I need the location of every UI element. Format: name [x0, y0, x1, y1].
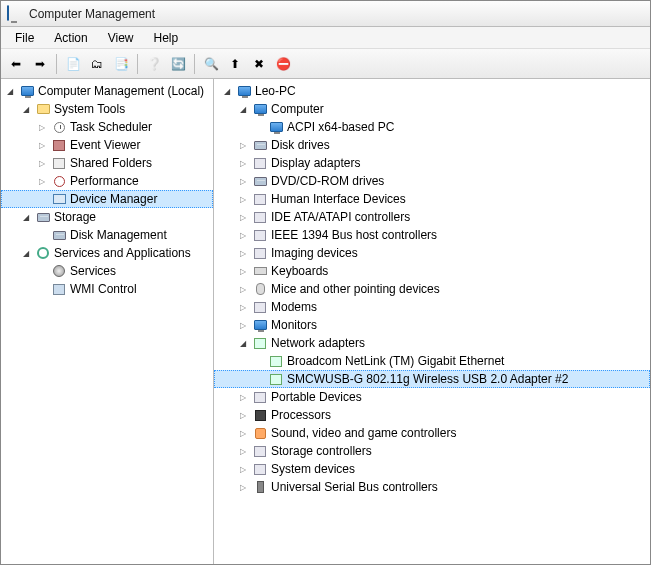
expand-icon[interactable] — [236, 192, 250, 206]
dev-network-adapters[interactable]: Network adapters — [214, 334, 650, 352]
expand-icon[interactable] — [19, 102, 33, 116]
disk-icon — [252, 137, 268, 153]
expand-icon[interactable] — [236, 444, 250, 458]
dev-root[interactable]: Leo-PC — [214, 82, 650, 100]
expand-icon[interactable] — [236, 138, 250, 152]
node-wmi-control[interactable]: WMI Control — [1, 280, 213, 298]
expand-icon[interactable] — [35, 138, 49, 152]
expand-icon[interactable] — [19, 210, 33, 224]
node-performance[interactable]: Performance — [1, 172, 213, 190]
uninstall-icon[interactable]: ✖ — [248, 53, 270, 75]
up-icon[interactable]: 📄 — [62, 53, 84, 75]
node-shared-folders[interactable]: Shared Folders — [1, 154, 213, 172]
update-driver-icon[interactable]: ⬆ — [224, 53, 246, 75]
expand-icon[interactable] — [236, 300, 250, 314]
forward-icon[interactable]: ➡ — [29, 53, 51, 75]
gear-icon — [35, 245, 51, 261]
expand-icon[interactable] — [236, 102, 250, 116]
back-icon[interactable]: ⬅ — [5, 53, 27, 75]
expand-icon[interactable] — [236, 228, 250, 242]
expand-icon[interactable] — [236, 174, 250, 188]
mouse-icon — [252, 281, 268, 297]
dev-monitors[interactable]: Monitors — [214, 316, 650, 334]
dev-1394[interactable]: IEEE 1394 Bus host controllers — [214, 226, 650, 244]
dev-icon — [252, 389, 268, 405]
dev-sound[interactable]: Sound, video and game controllers — [214, 424, 650, 442]
menu-action[interactable]: Action — [46, 29, 95, 47]
node-storage[interactable]: Storage — [1, 208, 213, 226]
node-device-manager[interactable]: Device Manager — [1, 190, 213, 208]
dev-acpi[interactable]: ACPI x64-based PC — [214, 118, 650, 136]
expand-icon[interactable] — [236, 282, 250, 296]
tree-label: Computer Management (Local) — [38, 84, 204, 98]
expand-icon[interactable] — [35, 120, 49, 134]
help-icon[interactable]: ❔ — [143, 53, 165, 75]
dev-dvd[interactable]: DVD/CD-ROM drives — [214, 172, 650, 190]
root-computer-management[interactable]: Computer Management (Local) — [1, 82, 213, 100]
dev-usb[interactable]: Universal Serial Bus controllers — [214, 478, 650, 496]
refresh-icon[interactable]: 🔄 — [167, 53, 189, 75]
menu-file[interactable]: File — [7, 29, 42, 47]
expand-icon[interactable] — [236, 462, 250, 476]
dev-broadcom[interactable]: Broadcom NetLink (TM) Gigabit Ethernet — [214, 352, 650, 370]
properties-icon[interactable]: 📑 — [110, 53, 132, 75]
expand-icon[interactable] — [236, 246, 250, 260]
expand-icon[interactable] — [236, 336, 250, 350]
expand-icon[interactable] — [35, 156, 49, 170]
disable-icon[interactable]: ⛔ — [272, 53, 294, 75]
expand-icon[interactable] — [220, 84, 234, 98]
dev-computer[interactable]: Computer — [214, 100, 650, 118]
kb-icon — [252, 263, 268, 279]
dev-hid[interactable]: Human Interface Devices — [214, 190, 650, 208]
expand-icon[interactable] — [236, 318, 250, 332]
expand-icon[interactable] — [3, 84, 17, 98]
show-hide-tree-icon[interactable]: 🗂 — [86, 53, 108, 75]
dev-mice[interactable]: Mice and other pointing devices — [214, 280, 650, 298]
node-disk-management[interactable]: Disk Management — [1, 226, 213, 244]
dev-processors[interactable]: Processors — [214, 406, 650, 424]
tree-label: Mice and other pointing devices — [271, 282, 440, 296]
node-services[interactable]: Services — [1, 262, 213, 280]
expand-icon[interactable] — [236, 480, 250, 494]
expand-icon[interactable] — [236, 426, 250, 440]
monitor-icon — [252, 317, 268, 333]
tree-label: Storage controllers — [271, 444, 372, 458]
dev-smcwusb[interactable]: SMCWUSB-G 802.11g Wireless USB 2.0 Adapt… — [214, 370, 650, 388]
dev-keyboards[interactable]: Keyboards — [214, 262, 650, 280]
menu-help[interactable]: Help — [146, 29, 187, 47]
node-event-viewer[interactable]: Event Viewer — [1, 136, 213, 154]
monitor-icon — [268, 119, 284, 135]
tree-label: Imaging devices — [271, 246, 358, 260]
node-task-scheduler[interactable]: Task Scheduler — [1, 118, 213, 136]
scan-hardware-icon[interactable]: 🔍 — [200, 53, 222, 75]
tree-label: Monitors — [271, 318, 317, 332]
tree-label: DVD/CD-ROM drives — [271, 174, 384, 188]
disk-icon — [51, 227, 67, 243]
dev-display[interactable]: Display adapters — [214, 154, 650, 172]
expand-icon[interactable] — [236, 156, 250, 170]
tree-label: Network adapters — [271, 336, 365, 350]
dev-portable[interactable]: Portable Devices — [214, 388, 650, 406]
tree-label: Portable Devices — [271, 390, 362, 404]
dev-system[interactable]: System devices — [214, 460, 650, 478]
menubar: File Action View Help — [1, 27, 650, 49]
tree-label: Universal Serial Bus controllers — [271, 480, 438, 494]
tree-label: IEEE 1394 Bus host controllers — [271, 228, 437, 242]
dev-disk-drives[interactable]: Disk drives — [214, 136, 650, 154]
expand-icon[interactable] — [236, 390, 250, 404]
node-system-tools[interactable]: System Tools — [1, 100, 213, 118]
node-services-apps[interactable]: Services and Applications — [1, 244, 213, 262]
svc-icon — [51, 263, 67, 279]
dev-ide[interactable]: IDE ATA/ATAPI controllers — [214, 208, 650, 226]
expand-icon[interactable] — [236, 210, 250, 224]
expand-icon[interactable] — [19, 246, 33, 260]
expand-icon[interactable] — [236, 264, 250, 278]
dev-imaging[interactable]: Imaging devices — [214, 244, 650, 262]
dev-icon — [252, 245, 268, 261]
tree-label: Disk drives — [271, 138, 330, 152]
expand-icon[interactable] — [35, 174, 49, 188]
dev-modems[interactable]: Modems — [214, 298, 650, 316]
menu-view[interactable]: View — [100, 29, 142, 47]
dev-storage-ctrl[interactable]: Storage controllers — [214, 442, 650, 460]
expand-icon[interactable] — [236, 408, 250, 422]
